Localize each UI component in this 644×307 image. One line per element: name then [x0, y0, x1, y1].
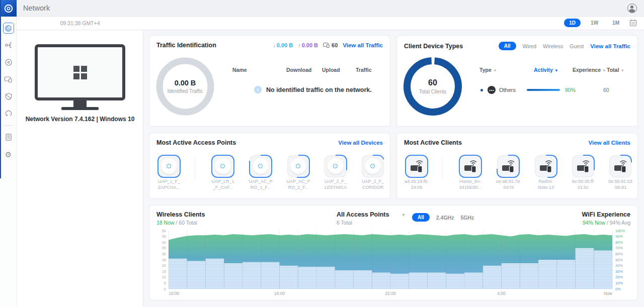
topology-icon	[5, 41, 13, 49]
time-range-group: 1D 1W 1M	[564, 19, 637, 27]
client-device-icon	[609, 155, 631, 177]
nav-dashboard[interactable]	[0, 20, 17, 37]
dashboard-area: Traffic Identification ↓0.00 B ↑0.00 B 6…	[144, 30, 644, 307]
client-tile[interactable]: ee:ab:91:7e :04:f4	[489, 154, 527, 190]
access-point-tile[interactable]: UAP_LR_1 _F_CAF...	[204, 154, 242, 190]
wireless-clients-card: Wireless Clients 18 Now / 60 Total All A…	[149, 205, 638, 300]
nav-settings[interactable]: ⚙	[0, 146, 17, 163]
range-1w-button[interactable]: 1W	[587, 19, 602, 27]
time-toolbar: 09:31:38 GMT+4 1D 1W 1M	[17, 17, 644, 30]
tiles-divider	[195, 157, 195, 179]
column-type[interactable]: Type ▼	[479, 67, 497, 73]
access-point-tile[interactable]: UAP_2_F_ CORIDOR	[354, 154, 392, 190]
svg-text:35: 35	[162, 246, 166, 250]
download-total: ↓0.00 B	[273, 42, 293, 48]
identified-traffic-label: Identified Traffic	[168, 88, 203, 94]
column-name: Name	[232, 67, 247, 73]
column-experience[interactable]: Experience ▼	[573, 67, 606, 73]
most-active-aps-card: Most Active Access Points View all Devic…	[149, 133, 390, 199]
svg-text:10: 10	[162, 275, 166, 279]
access-point-tile[interactable]: UAP_1_F_ ZAPCHA...	[150, 154, 188, 190]
svg-text:50%: 50%	[615, 258, 623, 262]
tab-all[interactable]: All	[499, 42, 516, 50]
chevron-down-icon: ▼	[401, 213, 406, 218]
access-point-tile[interactable]: UAP_AC_P RO_2_F...	[279, 154, 317, 190]
page-title: Network	[23, 4, 50, 12]
monitor-screen	[35, 44, 125, 100]
nav-divider	[4, 125, 13, 126]
ap-name-line1: UAP_2_F_	[354, 179, 392, 184]
band-5ghz-button[interactable]: 5GHz	[460, 215, 474, 221]
top-bar: Network	[0, 0, 644, 17]
range-1d-button[interactable]: 1D	[564, 19, 581, 27]
range-1m-button[interactable]: 1M	[608, 19, 623, 27]
upload-total: ↑0.00 B	[298, 42, 318, 48]
tab-wireless[interactable]: Wireless	[543, 43, 563, 49]
ap-name-line2: ZAPCHA...	[150, 185, 188, 190]
wifi-experience-title: WiFi Experience	[582, 211, 630, 218]
ap-name-line1: UAP_1_F_	[150, 179, 188, 184]
left-nav-rail: ⚙	[0, 17, 17, 307]
device-type-row[interactable]: ••• Others 90% 60	[397, 84, 638, 96]
client-tile[interactable]: Redmi- Note-13	[527, 154, 565, 190]
svg-text:22:00: 22:00	[385, 291, 396, 296]
svg-text:90%: 90%	[615, 234, 623, 239]
nav-unifi-devices[interactable]	[0, 54, 17, 71]
svg-text:30: 30	[162, 252, 166, 256]
access-point-tile[interactable]: UAP_2_F_ LESTNICA	[316, 154, 355, 190]
svg-text:Now: Now	[604, 291, 613, 296]
svg-text:0: 0	[164, 287, 166, 291]
band-24ghz-button[interactable]: 2.4GHz	[436, 215, 454, 221]
view-all-traffic-link[interactable]: View all Traffic	[343, 42, 383, 48]
client-tile[interactable]: a4:45:19:fb: 24:05	[397, 154, 436, 190]
client-name-line2: 341fdc00...	[451, 185, 490, 190]
column-activity[interactable]: Activity ▼	[534, 67, 558, 73]
client-tile[interactable]: 6e:50:35:ff: 01:bc	[564, 154, 602, 190]
clients-count-icon	[323, 42, 330, 48]
view-all-traffic-link-2[interactable]: View all Traffic	[590, 43, 630, 49]
column-total[interactable]: Total ▼	[607, 67, 624, 73]
svg-text:10:00: 10:00	[169, 291, 180, 296]
wireless-chart[interactable]: 051015202530354045500%10%20%30%40%50%60%…	[155, 229, 632, 298]
access-point-tile[interactable]: UAP_AC_P RO_1_F...	[242, 154, 280, 190]
ap-name-line2: RO_1_F...	[242, 185, 280, 190]
unifi-logo[interactable]	[0, 0, 17, 17]
tiles-divider	[442, 157, 443, 179]
column-download: Download	[286, 67, 311, 73]
tab-guest[interactable]: Guest	[570, 43, 584, 49]
column-traffic: Traffic	[356, 67, 372, 73]
identified-traffic-value: 0.00 B	[175, 79, 196, 87]
nav-system-log[interactable]	[0, 129, 17, 146]
svg-text:100%: 100%	[615, 229, 625, 233]
client-name-line1: ee:ab:91:7e	[489, 179, 527, 184]
client-tile[interactable]: Honor_8A- 341fdc00...	[451, 154, 490, 190]
nav-clients[interactable]	[0, 71, 17, 88]
client-tile[interactable]: 0e:5b:91:53 :bb:91	[601, 154, 639, 190]
traffic-identification-title: Traffic Identification	[156, 42, 216, 49]
calendar-icon[interactable]	[629, 19, 637, 27]
experience-value: 90%	[565, 87, 576, 93]
view-all-devices-link[interactable]: View all Devices	[338, 140, 383, 146]
svg-text:20%: 20%	[615, 275, 623, 279]
tab-wired[interactable]: Wired	[523, 43, 536, 49]
client-name-line2: 01:bc	[564, 185, 602, 190]
access-point-icon	[253, 158, 269, 174]
ap-selector-sub: 6 Total	[337, 220, 406, 226]
activity-bar	[527, 89, 560, 91]
download-arrow-icon: ↓	[273, 42, 276, 48]
nav-security[interactable]	[0, 88, 17, 105]
series-bullet	[480, 89, 483, 91]
nav-topology[interactable]	[0, 37, 17, 54]
wireless-clients-sub: 18 Now / 60 Total	[156, 220, 205, 226]
svg-text:60%: 60%	[615, 252, 623, 256]
view-all-clients-link[interactable]: View all Clients	[588, 140, 630, 146]
user-avatar-icon[interactable]	[627, 4, 637, 13]
console-illustration	[35, 44, 125, 110]
nav-insights[interactable]	[0, 105, 17, 122]
gear-icon: ⚙	[5, 151, 12, 158]
upload-arrow-icon: ↑	[298, 42, 301, 48]
access-point-icon	[365, 158, 381, 174]
ap-name-line2: CORIDOR	[354, 185, 392, 190]
band-all-button[interactable]: All	[412, 213, 430, 222]
ap-selector[interactable]: All Access Points▼ 6 Total	[337, 211, 406, 226]
